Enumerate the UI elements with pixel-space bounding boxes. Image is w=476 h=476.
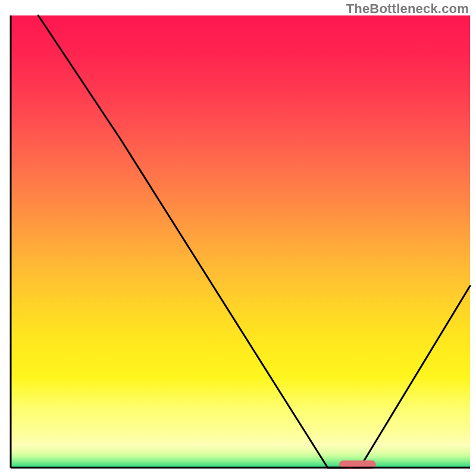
chart-svg <box>0 0 476 476</box>
bottleneck-chart: TheBottleneck.com <box>0 0 476 476</box>
